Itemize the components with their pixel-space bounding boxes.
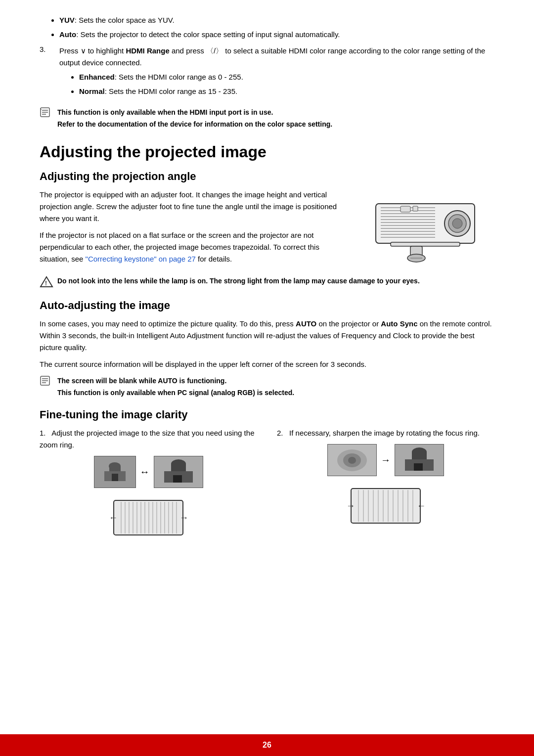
auto-bold2: Auto Sync xyxy=(381,319,417,328)
projector-image-container xyxy=(366,189,494,270)
svg-point-18 xyxy=(452,219,462,228)
sub-fine-title: Fine-tuning the image clarity xyxy=(40,408,494,421)
fine-tune-col-2: 2. If necessary, sharpen the image by ro… xyxy=(277,427,494,542)
auto-notes: The screen will be blank while AUTO is f… xyxy=(40,375,494,400)
sub-angle-title: Adjusting the projection angle xyxy=(40,170,494,183)
svg-text:←: ← xyxy=(109,513,118,523)
step3-hdmi-range: HDMI Range xyxy=(126,46,169,55)
svg-point-40 xyxy=(171,459,186,468)
step3-arrows-lr: 〈/〉 xyxy=(206,46,223,55)
fine-tune-col-1: 1. Adjust the projected image to the siz… xyxy=(40,427,257,542)
svg-point-67 xyxy=(412,447,427,456)
focus-ring-svg: → ← xyxy=(346,481,425,531)
fine-tune-cols: 1. Adjust the projected image to the siz… xyxy=(40,427,494,542)
sub-auto-title: Auto-adjusting the image xyxy=(40,299,494,312)
projection-angle-text: The projector is equipped with an adjust… xyxy=(40,189,351,270)
svg-point-35 xyxy=(109,462,121,470)
svg-text:←: ← xyxy=(417,501,425,511)
zoom-img-large xyxy=(154,456,203,488)
step3-note-1: This function is only available when the… xyxy=(57,107,332,118)
projector-illustration xyxy=(371,189,490,268)
fine-step1-desc: Adjust the projected image to the size t… xyxy=(40,429,254,449)
step3-press: Press xyxy=(59,46,78,55)
note-icon-1 xyxy=(40,107,53,120)
bullet-yuv: YUV: Sets the color space as YUV. xyxy=(59,15,494,26)
section-adjusting-title: Adjusting the projected image xyxy=(40,143,494,161)
svg-rect-20 xyxy=(413,206,418,211)
page-footer: 26 xyxy=(0,734,534,756)
warning-lamp: ! Do not look into the lens while the la… xyxy=(40,276,494,290)
svg-rect-66 xyxy=(414,463,423,471)
focus-arrow: → xyxy=(381,454,391,466)
enhanced-label: Enhanced xyxy=(79,73,115,81)
note-icon-2 xyxy=(40,375,53,389)
angle-para2: If the projector is not placed on a flat… xyxy=(40,229,351,265)
yuv-label: YUV xyxy=(59,16,75,24)
projection-angle-section: The projector is equipped with an adjust… xyxy=(40,189,494,270)
fine-step2-text: 2. If necessary, sharpen the image by ro… xyxy=(277,427,494,439)
bullet-enhanced: Enhanced: Sets the HDMI color range as 0… xyxy=(79,72,494,83)
zoom-ring-svg: ← → xyxy=(109,493,188,542)
zoom-ring-container: ← → xyxy=(40,493,257,542)
auto-para2: The current source information will be d… xyxy=(40,358,494,370)
step3-notes: This function is only available when the… xyxy=(40,107,494,131)
bullet-auto-color: Auto: Sets the projector to detect the c… xyxy=(59,29,494,41)
fine-step1-text: 1. Adjust the projected image to the siz… xyxy=(40,427,257,451)
angle-para1: The projector is equipped with an adjust… xyxy=(40,189,351,224)
zoom-img-small xyxy=(94,456,136,488)
svg-rect-21 xyxy=(391,242,460,246)
fine-step1-num: 1. xyxy=(40,429,46,437)
focus-ring-container: → ← xyxy=(277,481,494,531)
keystone-link[interactable]: "Correcting keystone" on page 27 xyxy=(86,255,196,263)
zoom-arrow: ↔ xyxy=(140,466,150,478)
top-bullet-list: YUV: Sets the color space as YUV. Auto: … xyxy=(59,15,494,40)
svg-rect-34 xyxy=(112,474,118,481)
step3-sub-bullets: Enhanced: Sets the HDMI color range as 0… xyxy=(79,72,494,97)
page-content: YUV: Sets the color space as YUV. Auto: … xyxy=(0,0,534,582)
auto-color-text: : Sets the projector to detect the color… xyxy=(76,30,340,39)
zoom-image-row: ↔ xyxy=(40,456,257,488)
page-number: 26 xyxy=(263,741,271,750)
focus-img-sharp xyxy=(395,444,444,476)
auto-note-2: This function is only available when PC … xyxy=(57,387,294,398)
step3-note-2: Refer to the documentation of the device… xyxy=(57,119,332,130)
svg-text:→: → xyxy=(179,513,188,523)
svg-text:!: ! xyxy=(45,280,47,287)
svg-point-62 xyxy=(348,457,356,464)
svg-rect-39 xyxy=(173,475,182,483)
auto-bold1: AUTO xyxy=(296,319,316,328)
warning-text: Do not look into the lens while the lamp… xyxy=(57,276,420,286)
auto-color-label: Auto xyxy=(59,30,76,39)
yuv-text: : Sets the color space as YUV. xyxy=(75,16,175,24)
focus-img-blur xyxy=(327,444,377,476)
step3-arrow-down: ∨ xyxy=(81,46,88,55)
auto-note-1: The screen will be blank while AUTO is f… xyxy=(57,375,294,386)
svg-rect-68 xyxy=(351,489,420,523)
focus-image-row: → xyxy=(277,444,494,476)
auto-para1: In some cases, you may need to optimize … xyxy=(40,318,494,354)
fine-step2-desc: If necessary, sharpen the image by rotat… xyxy=(289,429,480,437)
auto-note-content: The screen will be blank while AUTO is f… xyxy=(57,375,294,400)
fine-step2-num: 2. xyxy=(277,429,283,437)
normal-label: Normal xyxy=(79,87,105,95)
svg-rect-19 xyxy=(400,206,410,212)
normal-text: : Sets the HDMI color range as 15 - 235. xyxy=(105,87,237,95)
step-3: 3. Press ∨ to highlight HDMI Range and p… xyxy=(40,45,494,102)
warning-icon: ! xyxy=(40,276,53,290)
svg-text:→: → xyxy=(346,501,355,511)
enhanced-text: : Sets the HDMI color range as 0 - 255. xyxy=(115,73,243,81)
warning-main: Do not look into the lens while the lamp… xyxy=(57,277,420,285)
step-3-num: 3. xyxy=(40,45,59,102)
step-3-content: Press ∨ to highlight HDMI Range and pres… xyxy=(59,45,494,102)
bullet-normal: Normal: Sets the HDMI color range as 15 … xyxy=(79,86,494,97)
step3-note-content: This function is only available when the… xyxy=(57,107,332,131)
